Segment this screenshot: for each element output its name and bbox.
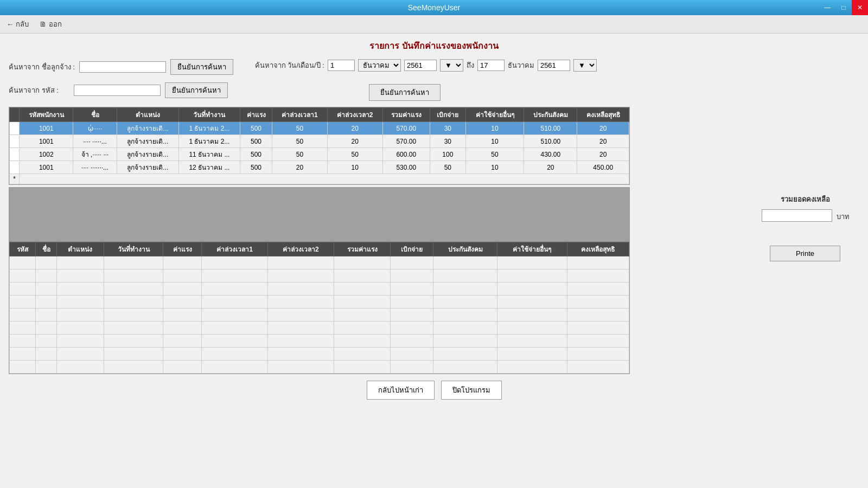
to-day-input[interactable]	[477, 60, 505, 71]
code-search-input[interactable]	[74, 85, 161, 96]
upper-section: รหัสพนักงาน ชื่อ ตำแหน่ง วันที่ทำงาน ค่า…	[9, 107, 859, 241]
cell-date: 12 ธันวาคม ...	[178, 161, 240, 174]
table-row[interactable]: 1001 ···· ·····... ลูกจ้างรายเดิ... 1 ธั…	[10, 135, 629, 148]
cell-id: 1001	[20, 122, 73, 135]
cell-other: 10	[465, 122, 524, 135]
balance-input[interactable]	[762, 209, 832, 222]
from-year-select[interactable]: ▼	[440, 59, 463, 72]
cell-ot1: 50	[272, 135, 328, 148]
bottom-table-row	[10, 361, 629, 374]
cell-name: จ้า ,····· ···	[73, 148, 117, 161]
top-table-container: รหัสพนักงาน ชื่อ ตำแหน่ง วันที่ทำงาน ค่า…	[9, 107, 630, 185]
from-month-select[interactable]: ธันวาคม	[358, 59, 401, 72]
code-confirm-button[interactable]: ยืนยันการค้นหา	[165, 82, 228, 98]
close-program-button[interactable]: ปิดโปรแกรม	[441, 381, 502, 400]
bottom-table-row	[10, 282, 629, 296]
bth-ot1: ค่าล่วงเวลา1	[202, 242, 268, 256]
cell-total: 530.00	[382, 161, 430, 174]
bth-wage: ค่าแรง	[163, 242, 202, 256]
maximize-button[interactable]: □	[835, 0, 852, 15]
cell-other: 50	[465, 148, 524, 161]
cell-date: 1 ธันวาคม 2...	[178, 135, 240, 148]
cell-wage: 500	[240, 122, 272, 135]
cell-ot1: 50	[272, 122, 328, 135]
to-year-input[interactable]	[538, 60, 570, 71]
cell-advance: 30	[430, 135, 465, 148]
bth-advance: เบิกจ่าย	[391, 242, 433, 256]
cell-wage: 500	[240, 161, 272, 174]
th-advance: เบิกจ่าย	[430, 108, 465, 122]
cell-ot2: 10	[327, 161, 382, 174]
th-total-wage: รวมค่าแรง	[382, 108, 430, 122]
date-confirm-button[interactable]: ยืนยันการค้นหา	[369, 84, 441, 101]
toolbar: ← กลับ 🗎 ออก	[0, 15, 868, 34]
cell-ot1: 50	[272, 148, 328, 161]
table-row[interactable]: ▶ 1001 ᾠ····· ลูกจ้างรายเดิ... 1 ธันวาคม…	[10, 122, 629, 135]
bth-ot2: ค่าล่วงเวลา2	[267, 242, 334, 256]
cell-ot2: 20	[327, 122, 382, 135]
cell-net: 20	[577, 122, 629, 135]
exit-toolbar-label: ออก	[49, 18, 62, 30]
th-date: วันที่ทำงาน	[178, 108, 240, 122]
balance-row: บาท	[762, 209, 848, 224]
row-arrow-cell: ▶	[10, 122, 20, 135]
cell-position: ลูกจ้างรายเดิ...	[117, 161, 178, 174]
th-ot2: ค่าล่วงเวลา2	[327, 108, 382, 122]
back-page-button[interactable]: กลับไปหน้าเก่า	[367, 381, 435, 400]
bth-code: รหัส	[10, 242, 36, 256]
cell-other: 10	[465, 161, 524, 174]
baht-label: บาท	[837, 211, 850, 222]
cell-other: 10	[465, 135, 524, 148]
employer-search-row: ค้นหาจาก ชื่อลูกจ้าง : ยืนยันการค้นหา	[9, 59, 233, 75]
bth-other: ค่าใช้จ่ายอื่นๆ	[497, 242, 567, 256]
bottom-table-row	[10, 296, 629, 309]
cell-insurance: 20	[524, 161, 577, 174]
from-day-input[interactable]	[328, 60, 355, 71]
th-other-expense: ค่าใช้จ่ายอื่นๆ	[465, 108, 524, 122]
cell-total: 570.00	[382, 122, 430, 135]
cell-position: ลูกจ้างรายเดิ...	[117, 135, 178, 148]
exit-icon: 🗎	[40, 20, 47, 28]
cell-ot2: 20	[327, 135, 382, 148]
bottom-table-row	[10, 322, 629, 335]
back-toolbar-label: กลับ	[16, 18, 29, 30]
to-year-select[interactable]: ▼	[573, 59, 597, 72]
table-row[interactable]: 1002 จ้า ,····· ··· ลูกจ้างรายเดิ... 11 …	[10, 148, 629, 161]
th-ot1: ค่าล่วงเวลา1	[272, 108, 328, 122]
print-button[interactable]: Printe	[770, 246, 840, 261]
minimize-button[interactable]: —	[819, 0, 835, 15]
window-controls: — □ ✕	[819, 0, 868, 15]
employer-confirm-button[interactable]: ยืนยันการค้นหา	[170, 59, 233, 75]
row-arrow-cell	[10, 148, 20, 161]
cell-position: ลูกจ้างรายเดิ...	[117, 148, 178, 161]
cell-wage: 500	[240, 148, 272, 161]
code-search-label: ค้นหาจาก รหัส :	[9, 85, 59, 96]
cell-name: ᾠ·····	[73, 122, 117, 135]
row-arrow-cell	[10, 161, 20, 174]
cell-insurance: 510.00	[524, 135, 577, 148]
close-button[interactable]: ✕	[852, 0, 868, 15]
main-content: รายการ บันทึกค่าแรงของพนักงาน ค้นหาจาก ช…	[0, 34, 868, 405]
from-year-input[interactable]	[404, 60, 437, 71]
th-wage: ค่าแรง	[240, 108, 272, 122]
th-net: คงเหลือสุทธิ	[577, 108, 629, 122]
table-row[interactable]: 1001 ···· ·······... ลูกจ้างรายเดิ... 12…	[10, 161, 629, 174]
cell-id: 1001	[20, 135, 73, 148]
cell-date: 1 ธันวาคม 2...	[178, 122, 240, 135]
date-search-label: ค้นหาจาก วัน/เดือน/ปี :	[255, 60, 324, 71]
bottom-table-row	[10, 335, 629, 348]
th-position: ตำแหน่ง	[117, 108, 178, 122]
window-title: SeeMoneyUser	[408, 3, 461, 12]
employer-search-input[interactable]	[79, 61, 166, 73]
exit-toolbar-button[interactable]: 🗎 ออก	[37, 17, 64, 31]
cell-wage: 500	[240, 135, 272, 148]
footer-buttons: กลับไปหน้าเก่า ปิดโปรแกรม	[9, 381, 859, 400]
cell-total: 570.00	[382, 135, 430, 148]
bth-position: ตำแหน่ง	[56, 242, 104, 256]
left-tables: รหัสพนักงาน ชื่อ ตำแหน่ง วันที่ทำงาน ค่า…	[9, 107, 630, 241]
th-name: ชื่อ	[73, 108, 117, 122]
back-toolbar-button[interactable]: ← กลับ	[4, 17, 31, 31]
bth-date: วันที่ทำงาน	[104, 242, 163, 256]
bth-insurance: ประกันสังคม	[433, 242, 497, 256]
cell-insurance: 430.00	[524, 148, 577, 161]
